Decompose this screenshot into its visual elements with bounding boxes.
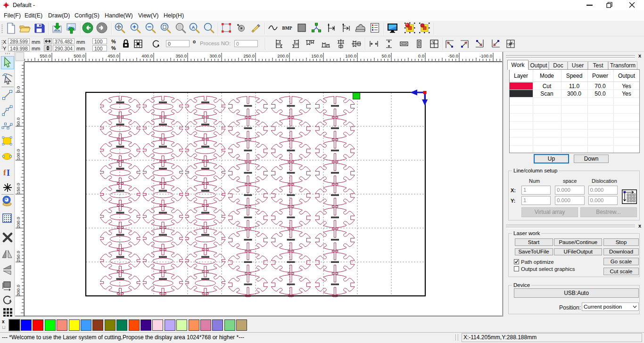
svg-text:200.0: 200.0 — [16, 217, 21, 228]
svg-text:100.0: 100.0 — [16, 149, 21, 160]
svg-text:250.0: 250.0 — [243, 53, 255, 58]
svg-text:-50.0: -50.0 — [448, 53, 458, 58]
svg-text:450.0: 450.0 — [107, 53, 119, 58]
svg-text:300.0: 300.0 — [16, 285, 21, 296]
svg-text:-100.0: -100.0 — [479, 53, 492, 58]
svg-text:150.0: 150.0 — [311, 53, 322, 58]
svg-text:350.0: 350.0 — [175, 53, 187, 58]
svg-text:A: A — [192, 25, 195, 30]
svg-text:250.0: 250.0 — [16, 251, 21, 262]
svg-text:200.0: 200.0 — [277, 53, 289, 58]
svg-text:150.0: 150.0 — [16, 183, 21, 194]
svg-text:500.0: 500.0 — [74, 53, 85, 58]
svg-text:400.0: 400.0 — [141, 53, 153, 58]
svg-text:300.0: 300.0 — [209, 53, 221, 58]
svg-text:100.0: 100.0 — [345, 53, 356, 58]
svg-text:BMP: BMP — [282, 26, 292, 31]
svg-text:50.0: 50.0 — [16, 118, 21, 127]
svg-text:0.0: 0.0 — [418, 53, 424, 58]
svg-text:550.0: 550.0 — [40, 53, 51, 58]
svg-text:50.0: 50.0 — [382, 53, 391, 58]
svg-text:0.0: 0.0 — [16, 86, 21, 92]
svg-text:f: f — [3, 168, 6, 177]
svg-text:I: I — [7, 168, 10, 178]
